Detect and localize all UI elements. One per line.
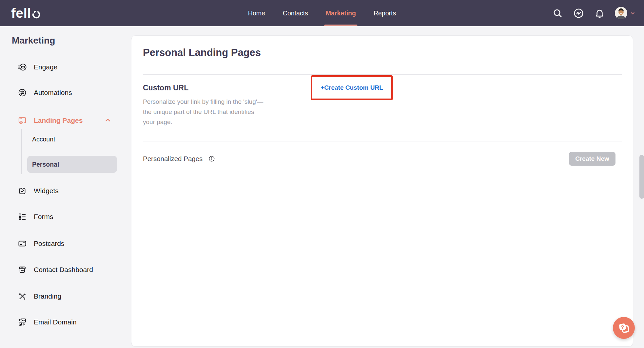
forms-icon (18, 212, 27, 221)
sidebar-item-forms[interactable]: Forms (18, 211, 53, 222)
sidebar-title: Marketing (12, 35, 55, 46)
personal-landing-pages-panel: Personal Landing Pages Custom URL Person… (131, 35, 633, 347)
annotation-highlight-box: +Create Custom URL (311, 75, 393, 100)
divider (143, 141, 622, 141)
create-new-button[interactable]: Create New (569, 152, 615, 166)
sidebar-item-label: Landing Pages (34, 117, 83, 124)
sidebar-subitem-account[interactable]: Account (32, 136, 55, 143)
top-navbar: fell Home Contacts Marketing Reports (0, 0, 644, 26)
custom-url-description: Personalize your link by filling in the … (143, 97, 263, 127)
app-screen: fell Home Contacts Marketing Reports (0, 0, 644, 348)
sidebar-item-label: Forms (34, 213, 53, 221)
nav-item-contacts[interactable]: Contacts (283, 0, 308, 26)
help-chat-icon: ? (617, 321, 631, 335)
sidebar-subitem-label: Personal (32, 161, 59, 168)
vertical-scrollbar[interactable] (639, 155, 644, 199)
info-icon[interactable] (208, 156, 215, 162)
sidebar-item-label: Contact Dashboard (34, 266, 93, 274)
nav-item-home[interactable]: Home (248, 0, 265, 26)
chevron-down-icon (630, 10, 635, 16)
landing-pages-icon (18, 116, 27, 125)
personalized-pages-row: Personalized Pages (143, 155, 215, 163)
branding-icon (18, 292, 27, 301)
personalized-pages-heading: Personalized Pages (143, 155, 203, 163)
sidebar-item-label: Postcards (34, 240, 64, 247)
divider (143, 74, 622, 75)
navbar-actions (552, 0, 635, 26)
email-domain-icon (18, 318, 27, 327)
sidebar-item-label: Email Domain (34, 318, 77, 326)
logo-o-icon (32, 10, 41, 19)
sidebar-item-email-domain[interactable]: Email Domain (18, 317, 77, 328)
sidebar-subitem-personal[interactable]: Personal (27, 156, 117, 173)
engage-icon (18, 63, 27, 72)
nav-item-reports[interactable]: Reports (374, 0, 396, 26)
sidebar-item-label: Branding (34, 292, 61, 300)
nav-item-marketing[interactable]: Marketing (326, 0, 356, 26)
page-title: Personal Landing Pages (143, 47, 261, 59)
sidebar-item-automations[interactable]: Automations (18, 87, 72, 98)
user-menu[interactable] (615, 7, 635, 19)
sidebar-item-label: Widgets (34, 187, 59, 195)
sidebar-item-branding[interactable]: Branding (18, 291, 61, 302)
sidebar-item-label: Engage (34, 63, 57, 71)
messenger-icon[interactable] (573, 8, 584, 19)
fello-logo[interactable]: fell (11, 0, 41, 26)
sidebar-item-label: Automations (34, 89, 72, 97)
automations-icon (18, 88, 27, 97)
sidebar-item-contact-dashboard[interactable]: Contact Dashboard (18, 264, 93, 275)
primary-nav: Home Contacts Marketing Reports (248, 0, 396, 26)
sidebar-item-postcards[interactable]: Postcards (18, 238, 64, 249)
postcards-icon (18, 239, 27, 248)
chevron-up-icon[interactable] (104, 117, 111, 124)
marketing-sidebar: Marketing Engage Automations (0, 26, 131, 348)
logo-text: fell (11, 6, 31, 21)
bell-icon[interactable] (594, 8, 605, 19)
sidebar-item-landing-pages[interactable]: Landing Pages (18, 115, 83, 126)
user-avatar[interactable] (615, 7, 627, 19)
help-chat-button[interactable]: ? (613, 317, 635, 339)
create-custom-url-link[interactable]: +Create Custom URL (321, 84, 383, 91)
subnav-indent-line (21, 129, 22, 174)
sidebar-item-engage[interactable]: Engage (18, 62, 57, 73)
search-icon[interactable] (552, 8, 563, 19)
sidebar-item-widgets[interactable]: Widgets (18, 185, 59, 196)
contact-dashboard-icon (18, 265, 27, 274)
custom-url-heading: Custom URL (143, 83, 188, 92)
widgets-icon (18, 186, 27, 195)
